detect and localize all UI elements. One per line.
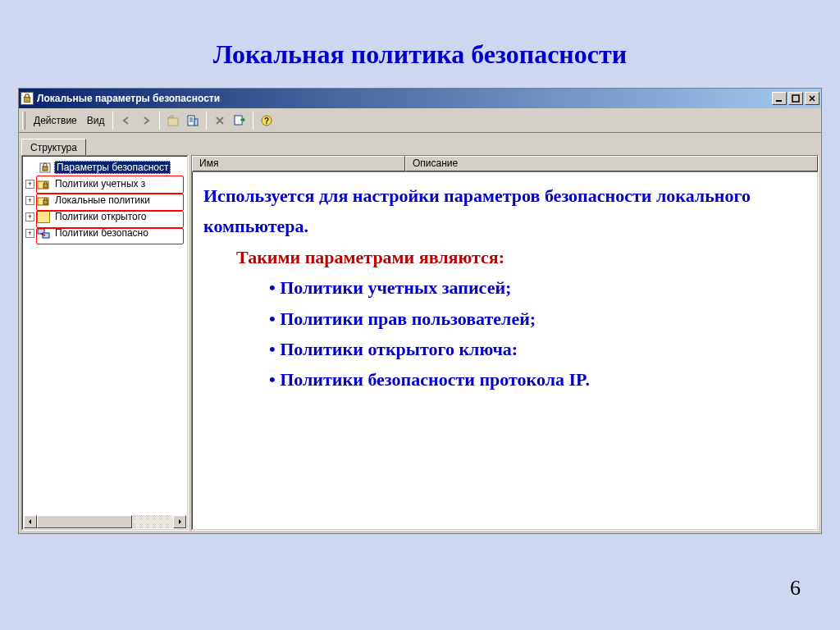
- svg-rect-15: [43, 184, 48, 188]
- svg-rect-8: [194, 119, 198, 126]
- overlay-bullet: Политики безопасности протокола IP.: [269, 364, 806, 395]
- up-folder-button[interactable]: [163, 111, 183, 130]
- tree-root[interactable]: + Параметры безопасност: [24, 159, 188, 176]
- overlay-bullet: Политики открытого ключа:: [269, 334, 806, 364]
- minimize-button[interactable]: [772, 92, 787, 105]
- overlay-intro: Используется для настройки параметров бе…: [203, 180, 806, 242]
- titlebar[interactable]: Локальные параметры безопасности: [19, 89, 821, 108]
- scroll-right-button[interactable]: [173, 515, 186, 528]
- close-button[interactable]: [805, 92, 819, 105]
- svg-rect-1: [776, 100, 782, 102]
- lock-folder-icon: [37, 194, 50, 207]
- svg-rect-2: [792, 95, 799, 102]
- window-title: Локальные параметры безопасности: [37, 93, 772, 104]
- security-policy-window: Локальные параметры безопасности Действи…: [18, 88, 822, 534]
- tree-label: Локальные политики: [52, 194, 153, 207]
- tree-item-ip-security[interactable]: + Политики безопасно: [24, 225, 188, 241]
- lock-folder-icon: [37, 177, 50, 190]
- column-description[interactable]: Описание: [405, 156, 818, 171]
- tree-label: Политики учетных з: [52, 177, 148, 190]
- toolbar-grip[interactable]: [22, 112, 25, 130]
- svg-rect-17: [43, 200, 48, 204]
- help-button[interactable]: ?: [257, 111, 276, 130]
- tree-item-public-key[interactable]: + Политики открытого: [24, 208, 188, 225]
- slide-title: Локальная политика безопасности: [0, 0, 840, 88]
- tree-item-account-policies[interactable]: + Политики учетных з: [24, 176, 188, 192]
- tree-label: Политики открытого: [52, 210, 149, 223]
- svg-rect-0: [24, 98, 30, 103]
- properties-button[interactable]: [183, 111, 203, 130]
- page-number: 6: [790, 576, 801, 600]
- tree-root-label: Параметры безопасност: [54, 161, 171, 174]
- expand-icon[interactable]: +: [25, 180, 34, 189]
- delete-button[interactable]: [210, 111, 230, 130]
- tab-structure[interactable]: Структура: [21, 139, 86, 156]
- expand-icon[interactable]: +: [25, 229, 34, 238]
- tree-panel: Структура + Параметры безопасност + Поли…: [21, 135, 189, 531]
- svg-rect-4: [188, 116, 194, 126]
- expand-icon[interactable]: +: [25, 212, 34, 221]
- svg-text:?: ?: [264, 116, 269, 126]
- maximize-button[interactable]: [788, 92, 803, 105]
- back-button[interactable]: [116, 111, 136, 130]
- tree-item-local-policies[interactable]: + Локальные политики: [24, 192, 188, 208]
- list-panel: Имя Описание Используется для настройки …: [191, 155, 819, 531]
- column-name[interactable]: Имя: [192, 156, 405, 171]
- svg-rect-13: [43, 167, 48, 171]
- folder-icon: [37, 210, 50, 223]
- forward-button[interactable]: [136, 111, 156, 130]
- app-icon: [21, 92, 34, 105]
- overlay-heading: Такими параметрами являются:: [203, 242, 806, 272]
- menu-view[interactable]: Вид: [82, 113, 110, 128]
- scroll-left-button[interactable]: [24, 515, 37, 528]
- overlay-bullet: Политики прав пользователей;: [269, 304, 806, 334]
- network-icon: [37, 226, 50, 240]
- export-button[interactable]: [230, 111, 249, 130]
- tree-label: Политики безопасно: [52, 226, 151, 240]
- security-root-icon: [39, 161, 52, 174]
- toolbar: Действие Вид ?: [19, 108, 821, 133]
- menu-action[interactable]: Действие: [29, 113, 82, 128]
- scrollbar-thumb[interactable]: [37, 515, 132, 528]
- svg-rect-3: [168, 118, 178, 126]
- overlay-text: Используется для настройки параметров бе…: [192, 172, 818, 530]
- list-header: Имя Описание: [192, 156, 818, 172]
- tree-view[interactable]: + Параметры безопасност + Политики учетн…: [21, 155, 189, 531]
- expand-icon[interactable]: +: [25, 196, 34, 205]
- horizontal-scrollbar[interactable]: [24, 515, 186, 528]
- overlay-bullet: Политики учетных записей;: [269, 272, 806, 303]
